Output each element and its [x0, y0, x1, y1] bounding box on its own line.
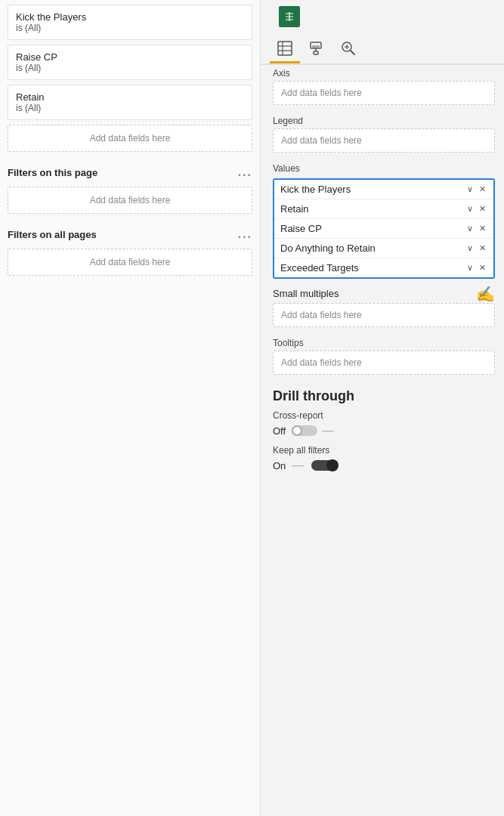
filters-all-pages-label: Filters on all pages — [8, 229, 97, 240]
close-icon-retain[interactable]: ✕ — [478, 204, 487, 214]
value-item-doanything-label: Do Anything to Retain — [280, 243, 376, 254]
filter-value-retain: is (All) — [16, 103, 244, 113]
filters-this-page-menu[interactable]: ... — [238, 165, 252, 179]
filter-name-raisecp: Raise CP — [16, 51, 244, 63]
filter-card-kick[interactable]: Kick the Players is (All) — [8, 5, 252, 40]
chevron-down-icon-raisecp[interactable]: ∨ — [465, 224, 475, 233]
analytics-icon — [340, 40, 357, 57]
value-item-raisecp[interactable]: Raise CP ∨ ✕ — [274, 219, 493, 239]
axis-section: Axis Add data fields here — [264, 65, 504, 113]
cross-report-toggle-row: Off — — [273, 424, 495, 437]
chevron-down-icon-kick[interactable]: ∨ — [465, 184, 475, 194]
drill-through-section: Drill through Cross-report Off — Keep al… — [264, 382, 504, 483]
icon-bar — [261, 30, 504, 65]
svg-rect-8 — [314, 51, 318, 54]
add-data-field-all-pages[interactable]: Add data fields here — [8, 249, 252, 276]
excel-icon — [279, 6, 300, 27]
cross-report-label: Cross-report — [273, 410, 495, 421]
filters-this-page-label: Filters on this page — [8, 167, 97, 178]
tooltips-section: Tooltips Add data fields here — [264, 335, 504, 382]
legend-label: Legend — [273, 116, 495, 126]
toggle-on-dash: — — [292, 459, 304, 472]
close-icon-doanything[interactable]: ✕ — [478, 243, 487, 253]
legend-section: Legend Add data fields here — [264, 113, 504, 160]
add-data-field-this-page[interactable]: Add data fields here — [8, 187, 252, 214]
value-item-exceeded-controls: ∨ ✕ — [465, 263, 487, 273]
value-item-kick-controls: ∨ ✕ — [465, 184, 487, 194]
cross-report-state: Off — [273, 425, 286, 437]
filter-value-kick: is (All) — [16, 23, 244, 33]
tooltips-drop-zone[interactable]: Add data fields here — [273, 351, 495, 375]
filter-name-retain: Retain — [16, 91, 244, 103]
axis-drop-zone[interactable]: Add data fields here — [273, 81, 495, 105]
value-item-exceeded-label: Exceeded Targets — [280, 262, 359, 274]
filter-name-kick: Kick the Players — [16, 11, 244, 23]
svg-rect-1 — [278, 42, 292, 55]
toggle-on-thumb — [326, 459, 339, 471]
small-multiples-section: Small multiples ✍ Add data fields here — [264, 282, 504, 335]
keep-all-filters-state: On — [273, 460, 286, 471]
value-item-kick-label: Kick the Players — [280, 184, 351, 195]
value-item-raisecp-label: Raise CP — [280, 223, 322, 234]
cross-report-toggle[interactable] — [292, 425, 317, 436]
svg-line-10 — [351, 51, 354, 54]
format-icon — [308, 40, 325, 57]
legend-drop-zone[interactable]: Add data fields here — [273, 128, 495, 153]
small-multiples-label: Small multiples — [273, 285, 339, 301]
svg-rect-6 — [312, 45, 320, 48]
fields-tab[interactable] — [270, 35, 300, 63]
value-item-retain-controls: ∨ ✕ — [465, 204, 487, 214]
cross-report-setting: Cross-report Off — — [273, 410, 495, 437]
filters-all-pages-header: Filters on all pages ... — [0, 217, 260, 246]
filter-card-retain[interactable]: Retain is (All) — [8, 85, 252, 120]
value-item-doanything[interactable]: Do Anything to Retain ∨ ✕ — [274, 239, 493, 258]
filter-card-raisecp[interactable]: Raise CP is (All) — [8, 45, 252, 80]
keep-all-filters-toggle-row: On — — [273, 459, 495, 472]
viz-area: Axis Add data fields here Legend Add dat… — [261, 65, 504, 816]
keep-all-filters-toggle[interactable] — [311, 460, 337, 471]
filters-all-pages-menu[interactable]: ... — [238, 227, 252, 241]
add-data-field-top[interactable]: Add data fields here — [8, 125, 252, 152]
value-item-kick[interactable]: Kick the Players ∨ ✕ — [274, 180, 493, 199]
value-item-raisecp-controls: ∨ ✕ — [465, 224, 487, 233]
value-item-exceeded[interactable]: Exceeded Targets ∨ ✕ — [274, 258, 493, 277]
left-panel: Kick the Players is (All) Raise CP is (A… — [0, 0, 261, 816]
value-item-doanything-controls: ∨ ✕ — [465, 243, 487, 253]
drill-through-title: Drill through — [273, 388, 495, 404]
analytics-tab[interactable] — [333, 35, 363, 63]
close-icon-kick[interactable]: ✕ — [478, 184, 487, 194]
close-icon-exceeded[interactable]: ✕ — [478, 263, 487, 273]
small-multiples-drop-zone[interactable]: Add data fields here — [273, 303, 495, 327]
filter-value-raisecp: is (All) — [16, 63, 244, 73]
values-outer-label: Values — [273, 160, 495, 175]
filters-this-page-header: Filters on this page ... — [0, 155, 260, 184]
value-item-retain[interactable]: Retain ∨ ✕ — [274, 199, 493, 219]
right-panel: Axis Add data fields here Legend Add dat… — [261, 0, 504, 816]
close-icon-raisecp[interactable]: ✕ — [478, 224, 487, 233]
chevron-down-icon-retain[interactable]: ∨ — [465, 204, 475, 214]
axis-label: Axis — [273, 68, 495, 79]
keep-all-filters-label: Keep all filters — [273, 445, 495, 456]
keep-all-filters-setting: Keep all filters On — — [273, 445, 495, 472]
values-section: Kick the Players ∨ ✕ Retain ∨ ✕ Raise CP… — [273, 178, 495, 279]
tooltips-label: Tooltips — [273, 338, 495, 348]
chevron-down-icon-exceeded[interactable]: ∨ — [465, 263, 475, 273]
chevron-down-icon-doanything[interactable]: ∨ — [465, 243, 475, 253]
format-tab[interactable] — [301, 35, 332, 63]
toggle-off-thumb — [292, 425, 302, 436]
fields-icon — [277, 40, 293, 57]
value-item-retain-label: Retain — [280, 203, 309, 215]
toggle-off-dash: — — [322, 424, 334, 437]
hand-cursor-icon: ✍ — [476, 285, 495, 303]
